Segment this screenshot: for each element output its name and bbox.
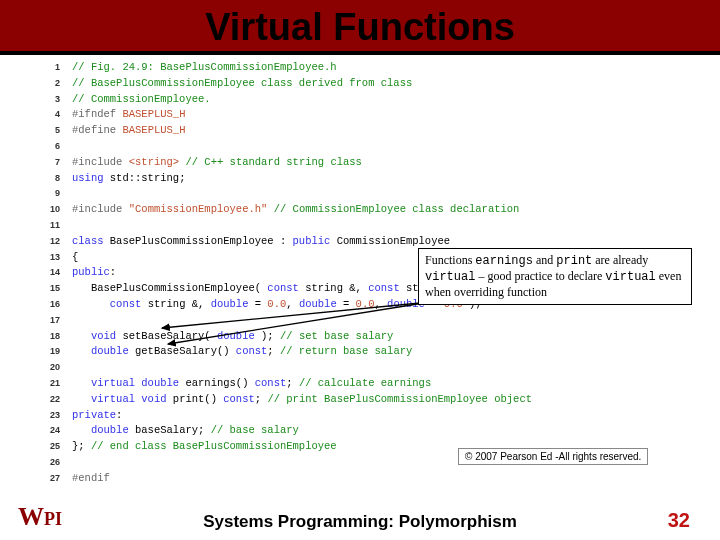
code-line: 8using std::string; (38, 171, 658, 187)
copyright-text: © 2007 Pearson Ed -All rights reserved. (458, 448, 648, 465)
page-number: 32 (668, 509, 690, 532)
code-line: 9 (38, 186, 658, 202)
annotation-callout: Functions earnings and print are already… (418, 248, 692, 305)
code-line: 20 (38, 360, 658, 376)
slide-header: Virtual Functions (0, 0, 720, 55)
code-line: 10#include "CommissionEmployee.h" // Com… (38, 202, 658, 218)
slide-title: Virtual Functions (0, 6, 720, 49)
code-line: 23private: (38, 408, 658, 424)
code-line: 2// BasePlusCommissionEmployee class der… (38, 76, 658, 92)
code-line: 27#endif (38, 471, 658, 487)
code-line: 7#include <string> // C++ standard strin… (38, 155, 658, 171)
code-line: 3// CommissionEmployee. (38, 92, 658, 108)
code-line: 4#ifndef BASEPLUS_H (38, 107, 658, 123)
code-line: 5#define BASEPLUS_H (38, 123, 658, 139)
callout-arrow (160, 300, 440, 360)
code-line: 22 virtual void print() const; // print … (38, 392, 658, 408)
footer-title: Systems Programming: Polymorphism (0, 512, 720, 532)
code-line: 11 (38, 218, 658, 234)
slide-footer: WPI Systems Programming: Polymorphism 32 (0, 512, 720, 532)
code-line: 6 (38, 139, 658, 155)
wpi-logo: WPI (18, 502, 62, 532)
code-line: 1// Fig. 24.9: BasePlusCommissionEmploye… (38, 60, 658, 76)
code-line: 21 virtual double earnings() const; // c… (38, 376, 658, 392)
code-line: 24 double baseSalary; // base salary (38, 423, 658, 439)
